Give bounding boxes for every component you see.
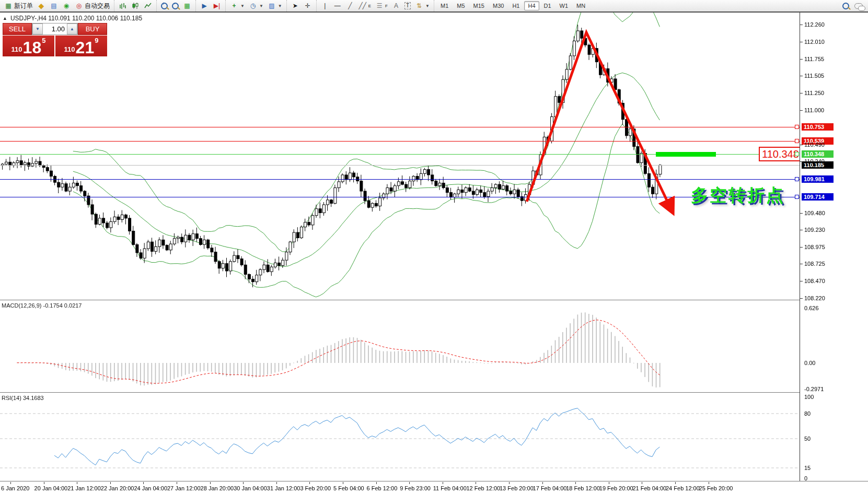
auto-scroll-icon: ▶	[200, 2, 209, 10]
volume-down-button[interactable]: ▼	[32, 23, 43, 34]
time-tick	[243, 482, 244, 484]
timeframe-toolbar: M1M5M15M30H1H4D1W1MN	[434, 0, 592, 11]
trendline-icon: ╱	[346, 2, 354, 10]
time-tick	[476, 482, 476, 484]
chat-icon[interactable]	[854, 3, 863, 9]
time-label: 25 Feb 20:00	[699, 485, 733, 491]
crosshair-button[interactable]: ✛	[302, 1, 314, 10]
time-label: 24 Feb 12:00	[666, 485, 700, 491]
zoom-in-icon: +	[161, 3, 168, 9]
timeframe-m5[interactable]: M5	[453, 1, 468, 10]
volume-stepper: ▼ ▲	[32, 23, 78, 35]
time-axis[interactable]: 6 Jan 202020 Jan 04:0021 Jan 12:0022 Jan…	[0, 482, 868, 494]
metaeditor-button[interactable]: ◆	[35, 1, 48, 10]
timeframe-w1[interactable]: W1	[556, 1, 572, 10]
volume-up-button[interactable]: ▲	[67, 23, 77, 34]
timeframe-mn[interactable]: MN	[573, 1, 589, 10]
axis-tick-mark	[800, 161, 803, 162]
bar-chart-icon	[119, 2, 127, 9]
axis-tick-mark	[800, 110, 803, 111]
arrows-button[interactable]: ⇅▼	[413, 1, 432, 10]
buy-price[interactable]: 110 21 9	[55, 36, 107, 56]
new-order-button[interactable]: ▦ 新订单	[2, 1, 35, 11]
hline-110.185[interactable]	[0, 165, 800, 166]
time-tick	[44, 482, 44, 484]
auto-scroll-button[interactable]: ▶	[198, 1, 211, 10]
timeframe-h4[interactable]: H4	[524, 1, 539, 10]
volume-input[interactable]	[43, 23, 67, 34]
templates-button[interactable]: ▨▼	[265, 1, 284, 10]
fibonacci-button[interactable]: ☰F	[373, 1, 390, 10]
axis-tick-109.230: 109.230	[804, 227, 825, 233]
time-label: 3 Feb 20:00	[300, 485, 331, 491]
axis-tick-111.505: 111.505	[804, 73, 824, 79]
text-label-icon: T	[404, 2, 411, 9]
search-icon[interactable]	[842, 3, 849, 9]
zoom-in-button[interactable]: +	[159, 2, 170, 10]
axis-tick-111.755: 111.755	[804, 56, 824, 62]
timeframe-m30[interactable]: M30	[489, 1, 507, 10]
timeframe-h1[interactable]: H1	[508, 1, 523, 10]
sell-button[interactable]: SELL	[3, 23, 32, 35]
sell-price[interactable]: 110 18 5	[3, 36, 54, 56]
turning-point-annotation[interactable]: 多空转折点	[691, 184, 785, 207]
time-tick	[276, 482, 277, 484]
candlestick-chart-button[interactable]	[129, 2, 142, 10]
strategy-tester-button[interactable]: ▤	[48, 1, 60, 10]
cursor-button[interactable]: ➤	[289, 1, 302, 10]
rsi-canvas[interactable]	[0, 393, 800, 481]
buy-button[interactable]: BUY	[78, 23, 107, 35]
strategy-tester-icon: ▤	[50, 2, 58, 10]
bar-chart-button[interactable]	[117, 2, 129, 10]
periods-button[interactable]: ◷▼	[247, 1, 265, 10]
rsi-axis-tick-80: 80	[804, 410, 811, 417]
timeframe-m1[interactable]: M1	[437, 1, 452, 10]
axis-tick-mark	[800, 145, 803, 145]
horizontal-line-icon: —	[333, 2, 342, 10]
macd-axis-tick-0.626: 0.626	[804, 305, 819, 311]
periods-icon: ◷	[249, 2, 257, 10]
periods-caret-icon: ▼	[259, 4, 263, 8]
axis-tick-mark	[800, 76, 803, 76]
equidistant-channel-icon: ╱╱	[358, 2, 367, 10]
axis-tick-mark	[800, 42, 803, 42]
text-tool-icon: A	[392, 2, 400, 10]
zoom-out-button[interactable]: -	[170, 2, 181, 10]
tile-windows-button[interactable]: ▦	[181, 1, 193, 10]
time-label: 9 Feb 23:00	[400, 485, 431, 491]
chart-shift-button[interactable]: ▶|	[211, 1, 223, 10]
time-label: 22 Jan 20:00	[101, 485, 134, 491]
autotrading-button[interactable]: ◎ 自动交易	[73, 1, 112, 11]
mt4-terminal: { "toolbar": { "new_order_label": "新订单",…	[0, 0, 868, 494]
macd-panel: MACD(12,26,9) -0.1754 0.0217	[0, 301, 800, 392]
hline-109.714[interactable]	[0, 197, 800, 197]
text-tool-button[interactable]: A	[390, 1, 402, 10]
signals-button[interactable]: ◉	[60, 1, 73, 10]
timeframe-d1[interactable]: D1	[540, 1, 555, 10]
time-label: 6 Feb 12:00	[367, 485, 398, 491]
horizontal-line-button[interactable]: —	[331, 1, 344, 10]
hline-anchor-110.753	[795, 125, 799, 129]
time-tick	[409, 482, 410, 484]
hline-109.981[interactable]	[0, 179, 800, 180]
axis-tick-mark	[800, 298, 803, 299]
highlight-bar-annotation[interactable]	[656, 152, 716, 157]
axis-tick-112.260: 112.260	[804, 21, 825, 28]
line-chart-button[interactable]	[142, 2, 154, 10]
equidistant-channel-button[interactable]: ╱╱E	[356, 1, 373, 10]
vertical-line-button[interactable]: |	[319, 1, 331, 10]
rsi-panel: RSI(14) 34.1683	[0, 393, 800, 481]
autotrading-icon: ◎	[75, 2, 83, 10]
signals-icon: ◉	[62, 2, 71, 10]
timeframe-m15[interactable]: M15	[470, 1, 488, 10]
time-label: 5 Feb 04:00	[333, 485, 364, 491]
cursor-icon: ➤	[291, 2, 299, 10]
hline-110.753[interactable]	[0, 127, 800, 127]
indicators-button[interactable]: +▼	[228, 1, 247, 10]
hline-110.539[interactable]	[0, 141, 800, 142]
time-label: 6 Jan 2020	[1, 485, 29, 491]
price-badge-109.714: 109.714	[802, 193, 834, 201]
macd-canvas[interactable]	[0, 301, 800, 392]
text-label-button[interactable]: T	[402, 2, 413, 10]
trendline-button[interactable]: ╱	[344, 1, 356, 10]
